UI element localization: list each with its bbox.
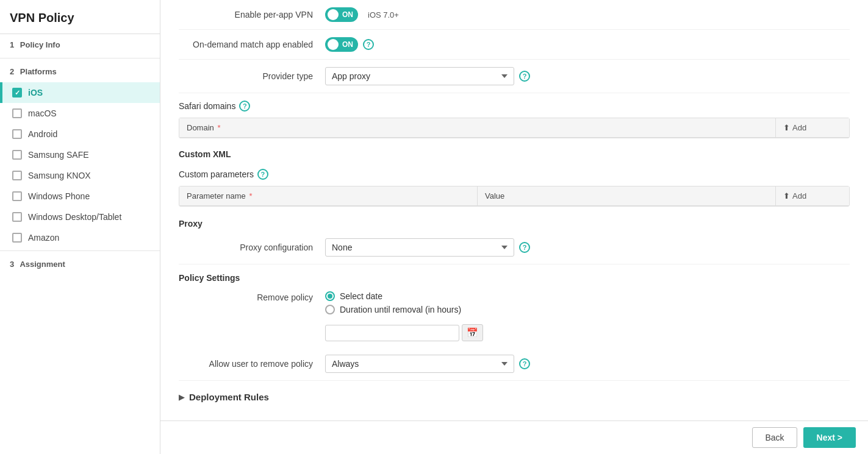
safari-domains-help-icon[interactable]: ? (239, 101, 250, 112)
allow-remove-label: Allow user to remove policy (179, 359, 325, 369)
date-input-row: 📅 (325, 324, 850, 341)
sidebar-item-macos[interactable]: macOS (0, 103, 160, 124)
platform-label-windows-desktop: Windows Desktop/Tablet (28, 212, 121, 222)
allow-remove-help-icon[interactable]: ? (519, 358, 530, 369)
custom-xml-title: Custom XML (179, 142, 850, 161)
provider-type-select[interactable]: App proxy Packet tunnel (325, 67, 514, 85)
on-demand-help-icon[interactable]: ? (363, 39, 374, 50)
step-3[interactable]: 3 Assignment (0, 254, 160, 275)
platforms-list: iOSmacOSAndroidSamsung SAFESamsung KNOXW… (0, 82, 160, 248)
on-demand-toggle[interactable]: ON (325, 37, 358, 52)
deployment-chevron-icon: ▶ (179, 393, 184, 402)
ios-suffix: iOS 7.0+ (368, 10, 399, 20)
platform-label-samsung-knox: Samsung KNOX (28, 171, 91, 180)
on-demand-on-label: ON (342, 40, 353, 49)
date-input[interactable] (325, 325, 459, 341)
deployment-rules-section: ▶ Deployment Rules (179, 381, 850, 408)
sidebar-item-samsung-knox[interactable]: Samsung KNOX (0, 165, 160, 186)
add-domain-cell: ⬆ Add (776, 118, 849, 137)
platform-label-windows-phone: Windows Phone (28, 191, 90, 201)
param-name-col-header: Parameter name * (179, 186, 478, 205)
back-button[interactable]: Back (752, 427, 797, 448)
allow-remove-controls: Always Never With Authorization ? (325, 355, 850, 373)
checkbox-macos (12, 108, 22, 118)
add-param-icon: ⬆ (783, 191, 790, 200)
platform-label-amazon: Amazon (28, 233, 59, 243)
proxy-section-title: Proxy (179, 210, 850, 231)
custom-params-table: Parameter name * Value ⬆ Add (179, 186, 850, 207)
on-demand-row: On-demand match app enabled ON ? (179, 30, 850, 60)
enable-per-app-controls: ON iOS 7.0+ (325, 7, 850, 22)
allow-remove-row: Allow user to remove policy Always Never… (179, 347, 850, 381)
proxy-config-help-icon[interactable]: ? (519, 242, 530, 253)
value-col-header: Value (478, 186, 776, 205)
enable-per-app-toggle[interactable]: ON (325, 7, 358, 22)
policy-settings-title: Policy Settings (179, 264, 850, 285)
footer: Back Next > (160, 420, 868, 454)
next-button[interactable]: Next > (803, 427, 856, 448)
enable-per-app-row: Enable per-app VPN ON iOS 7.0+ (179, 0, 850, 30)
remove-policy-row: Remove policy Select date Duration until… (179, 285, 850, 347)
calendar-button[interactable]: 📅 (462, 324, 483, 341)
sidebar-item-amazon[interactable]: Amazon (0, 227, 160, 248)
remove-policy-control: Select date Duration until removal (in h… (325, 291, 850, 341)
proxy-config-controls: None Manual Automatic ? (325, 238, 850, 257)
main-content: Enable per-app VPN ON iOS 7.0+ On-demand… (160, 0, 868, 454)
custom-params-header-row: Parameter name * Value ⬆ Add (179, 186, 849, 206)
sidebar-item-windows-desktop[interactable]: Windows Desktop/Tablet (0, 207, 160, 227)
toggle-knob (328, 9, 339, 20)
toggle-knob-2 (328, 39, 339, 50)
checkbox-amazon (12, 233, 22, 243)
remove-policy-label: Remove policy (179, 291, 325, 302)
checkbox-samsung-safe (12, 150, 22, 160)
platform-label-macos: macOS (28, 108, 57, 118)
duration-radio[interactable]: Duration until removal (in hours) (325, 305, 850, 314)
checkbox-windows-desktop (12, 212, 22, 222)
add-param-button[interactable]: ⬆ Add (783, 191, 806, 200)
sidebar-item-windows-phone[interactable]: Windows Phone (0, 186, 160, 207)
deployment-rules-header[interactable]: ▶ Deployment Rules (179, 392, 850, 402)
provider-type-row: Provider type App proxy Packet tunnel ? (179, 60, 850, 93)
proxy-config-label: Proxy configuration (179, 243, 325, 252)
domain-col-header: Domain * (179, 118, 776, 137)
checkbox-samsung-knox (12, 171, 22, 180)
add-domain-button[interactable]: ⬆ Add (783, 123, 806, 132)
safari-domains-header-row: Domain * ⬆ Add (179, 118, 849, 138)
checkbox-windows-phone (12, 191, 22, 201)
provider-type-controls: App proxy Packet tunnel ? (325, 67, 850, 85)
checkbox-ios (12, 88, 22, 98)
divider-1 (0, 58, 160, 59)
proxy-config-select[interactable]: None Manual Automatic (325, 238, 514, 257)
platform-label-android: Android (28, 129, 57, 139)
step-1[interactable]: 1 Policy Info (0, 34, 160, 55)
enable-per-app-label: Enable per-app VPN (179, 10, 325, 20)
allow-remove-select[interactable]: Always Never With Authorization (325, 355, 514, 373)
sidebar-item-samsung-safe[interactable]: Samsung SAFE (0, 144, 160, 165)
step-2[interactable]: 2 Platforms (0, 61, 160, 82)
on-demand-controls: ON ? (325, 37, 850, 52)
platform-label-ios: iOS (28, 88, 43, 98)
safari-domains-table: Domain * ⬆ Add (179, 118, 850, 138)
proxy-config-row: Proxy configuration None Manual Automati… (179, 231, 850, 264)
safari-domains-header: Safari domains ? (179, 93, 850, 114)
custom-params-header: Custom parameters ? (179, 161, 850, 182)
add-icon: ⬆ (783, 123, 790, 132)
sidebar-item-ios[interactable]: iOS (0, 82, 160, 103)
custom-params-help-icon[interactable]: ? (257, 169, 268, 180)
provider-type-label: Provider type (179, 71, 325, 81)
platform-label-samsung-safe: Samsung SAFE (28, 150, 89, 160)
divider-2 (0, 250, 160, 251)
select-date-radio-circle (325, 291, 335, 301)
checkbox-android (12, 129, 22, 139)
sidebar: VPN Policy 1 Policy Info 2 Platforms iOS… (0, 0, 160, 454)
sidebar-item-android[interactable]: Android (0, 124, 160, 144)
duration-radio-circle (325, 305, 335, 314)
toggle-on-label: ON (342, 10, 353, 19)
provider-type-help-icon[interactable]: ? (519, 71, 530, 82)
app-title: VPN Policy (0, 0, 160, 34)
on-demand-label: On-demand match app enabled (179, 40, 325, 49)
add-param-cell: ⬆ Add (776, 186, 849, 205)
select-date-radio[interactable]: Select date (325, 291, 850, 301)
